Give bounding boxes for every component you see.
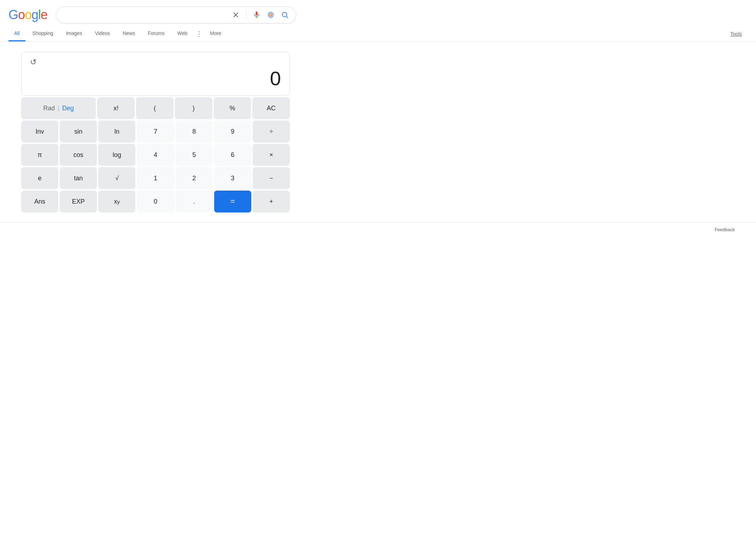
visual-search-button[interactable]: [265, 10, 276, 20]
close-icon: [232, 11, 240, 19]
multiply-button[interactable]: ×: [253, 144, 290, 166]
ac-button[interactable]: AC: [252, 97, 290, 119]
microphone-icon: [253, 11, 260, 19]
calculator-display: ↺ 0: [21, 52, 290, 96]
calculator-result: 0: [30, 67, 281, 90]
calc-row-2: Inv sin ln 7 8 9 ÷: [21, 121, 290, 142]
seven-button[interactable]: 7: [137, 121, 174, 142]
tab-forums[interactable]: Forums: [142, 26, 170, 41]
calc-row-3: π cos log 4 5 6 ×: [21, 144, 290, 166]
exp-button[interactable]: EXP: [60, 191, 97, 212]
vertical-divider: [246, 11, 246, 19]
google-logo[interactable]: Google: [8, 7, 47, 22]
tab-web[interactable]: Web: [172, 26, 193, 41]
search-submit-button[interactable]: [280, 10, 290, 20]
add-button[interactable]: +: [253, 191, 290, 212]
sin-button[interactable]: sin: [60, 121, 97, 142]
more-dots-icon: ⋮: [196, 30, 203, 38]
rad-deg-toggle[interactable]: Rad | Deg: [21, 97, 96, 119]
history-icon[interactable]: ↺: [30, 58, 281, 67]
one-button[interactable]: 1: [137, 167, 174, 189]
calc-row-4: e tan √ 1 2 3 −: [21, 167, 290, 189]
four-button[interactable]: 4: [137, 144, 174, 166]
percent-button[interactable]: %: [214, 97, 251, 119]
equals-button[interactable]: =: [214, 191, 251, 212]
tools-button[interactable]: Tools: [725, 27, 748, 41]
tab-images[interactable]: Images: [60, 26, 88, 41]
search-input[interactable]: calculator: [62, 11, 230, 19]
factorial-button[interactable]: x!: [97, 97, 135, 119]
open-paren-button[interactable]: (: [136, 97, 174, 119]
tan-button[interactable]: tan: [60, 167, 97, 189]
ans-button[interactable]: Ans: [21, 191, 58, 212]
five-button[interactable]: 5: [176, 144, 213, 166]
e-button[interactable]: e: [21, 167, 58, 189]
tab-all[interactable]: All: [8, 26, 25, 41]
nine-button[interactable]: 9: [214, 121, 251, 142]
search-icon: [281, 11, 289, 19]
six-button[interactable]: 6: [214, 144, 251, 166]
nav-tabs: All Shopping Images Videos News Forums W…: [0, 26, 756, 42]
ln-button[interactable]: ln: [98, 121, 135, 142]
tab-videos[interactable]: Videos: [89, 26, 116, 41]
three-button[interactable]: 3: [214, 167, 251, 189]
cos-button[interactable]: cos: [60, 144, 97, 166]
lens-icon: [267, 11, 275, 19]
search-icons: [230, 10, 290, 20]
svg-point-7: [270, 14, 271, 16]
feedback-row: Feedback: [0, 222, 756, 237]
search-bar: calculator: [56, 6, 296, 23]
eight-button[interactable]: 8: [176, 121, 213, 142]
svg-rect-2: [256, 12, 258, 16]
two-button[interactable]: 2: [176, 167, 213, 189]
close-paren-button[interactable]: ): [175, 97, 212, 119]
power-button[interactable]: xy: [98, 191, 135, 212]
divide-button[interactable]: ÷: [253, 121, 290, 142]
feedback-link[interactable]: Feedback: [715, 227, 735, 232]
calc-row-1: Rad | Deg x! ( ) % AC: [21, 97, 290, 119]
tab-shopping[interactable]: Shopping: [27, 26, 59, 41]
pi-button[interactable]: π: [21, 144, 58, 166]
subtract-button[interactable]: −: [253, 167, 290, 189]
voice-search-button[interactable]: [251, 10, 262, 20]
tab-more[interactable]: More: [204, 26, 227, 41]
clear-search-button[interactable]: [230, 10, 241, 20]
tab-news[interactable]: News: [117, 26, 141, 41]
inv-button[interactable]: Inv: [21, 121, 58, 142]
header: Google calculator: [0, 0, 756, 23]
calc-row-5: Ans EXP xy 0 . = +: [21, 191, 290, 212]
decimal-button[interactable]: .: [176, 191, 213, 212]
calculator-widget: ↺ 0 Rad | Deg x! ( ) % AC Inv sin ln 7 8…: [21, 52, 290, 212]
more-dropdown[interactable]: ⋮ More: [196, 26, 227, 41]
sqrt-button[interactable]: √: [98, 167, 135, 189]
calculator-buttons: Rad | Deg x! ( ) % AC Inv sin ln 7 8 9 ÷…: [21, 97, 290, 212]
svg-line-9: [286, 16, 288, 18]
zero-button[interactable]: 0: [137, 191, 174, 212]
log-button[interactable]: log: [98, 144, 135, 166]
